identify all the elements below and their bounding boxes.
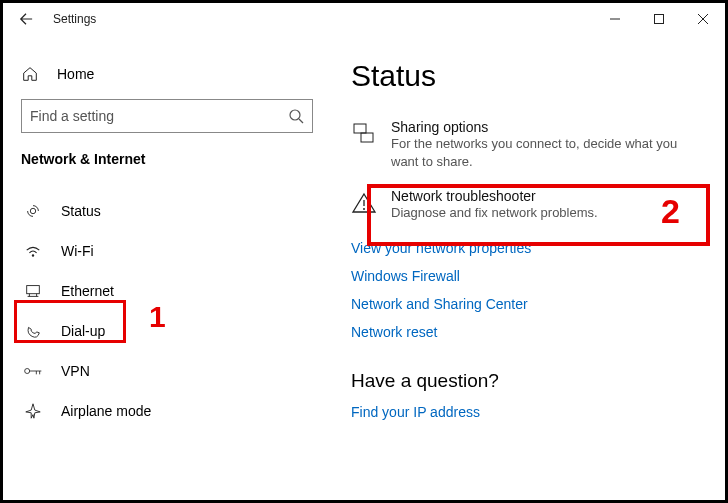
sharing-icon (351, 119, 391, 170)
search-icon (288, 108, 304, 124)
sidebar-item-label: Dial-up (61, 323, 105, 339)
option-title: Sharing options (391, 119, 699, 135)
window-title: Settings (53, 12, 96, 26)
vpn-icon (23, 362, 43, 380)
option-subtitle: For the networks you connect to, decide … (391, 135, 699, 170)
sidebar-item-label: Wi-Fi (61, 243, 94, 259)
sidebar-home[interactable]: Home (21, 65, 315, 83)
link-network-reset[interactable]: Network reset (351, 324, 699, 340)
option-troubleshooter[interactable]: Network troubleshooter Diagnose and fix … (351, 188, 699, 222)
minimize-button[interactable] (593, 3, 637, 35)
sidebar-item-status[interactable]: Status (21, 191, 315, 231)
sidebar-item-vpn[interactable]: VPN (21, 351, 315, 391)
titlebar: Settings (3, 3, 725, 35)
maximize-button[interactable] (637, 3, 681, 35)
close-button[interactable] (681, 3, 725, 35)
main-panel: Status Sharing options For the networks … (333, 35, 725, 500)
warning-icon (351, 188, 391, 222)
sidebar-item-label: VPN (61, 363, 90, 379)
svg-rect-1 (655, 15, 664, 24)
link-find-ip[interactable]: Find your IP address (351, 404, 699, 420)
search-placeholder: Find a setting (30, 108, 288, 124)
sidebar-item-wifi[interactable]: Wi-Fi (21, 231, 315, 271)
page-title: Status (351, 59, 699, 93)
sidebar-item-ethernet[interactable]: Ethernet (21, 271, 315, 311)
sidebar: Home Find a setting Network & Internet S… (3, 35, 333, 500)
question-heading: Have a question? (351, 370, 699, 392)
home-label: Home (57, 66, 94, 82)
settings-window: Settings Home Find a setting (0, 0, 728, 503)
wifi-icon (23, 242, 43, 260)
home-icon (21, 65, 39, 83)
svg-point-2 (290, 110, 300, 120)
sidebar-item-label: Status (61, 203, 101, 219)
sidebar-item-dialup[interactable]: Dial-up (21, 311, 315, 351)
sidebar-item-airplane[interactable]: Airplane mode (21, 391, 315, 431)
link-network-properties[interactable]: View your network properties (351, 240, 699, 256)
dialup-icon (23, 322, 43, 340)
link-windows-firewall[interactable]: Windows Firewall (351, 268, 699, 284)
link-network-sharing-center[interactable]: Network and Sharing Center (351, 296, 699, 312)
svg-point-10 (25, 369, 30, 374)
search-input[interactable]: Find a setting (21, 99, 313, 133)
svg-point-4 (30, 208, 35, 213)
back-icon[interactable] (19, 12, 33, 26)
option-sharing[interactable]: Sharing options For the networks you con… (351, 119, 699, 170)
option-subtitle: Diagnose and fix network problems. (391, 204, 699, 222)
sidebar-item-label: Airplane mode (61, 403, 151, 419)
svg-line-3 (299, 119, 303, 123)
sidebar-item-label: Ethernet (61, 283, 114, 299)
svg-point-17 (363, 208, 365, 210)
window-controls (593, 3, 725, 35)
option-title: Network troubleshooter (391, 188, 699, 204)
svg-rect-6 (27, 286, 40, 294)
svg-rect-15 (361, 133, 373, 142)
svg-rect-14 (354, 124, 366, 133)
status-icon (23, 202, 43, 220)
svg-point-5 (32, 254, 34, 256)
ethernet-icon (23, 282, 43, 300)
sidebar-section-title: Network & Internet (21, 151, 315, 167)
airplane-icon (23, 402, 43, 420)
